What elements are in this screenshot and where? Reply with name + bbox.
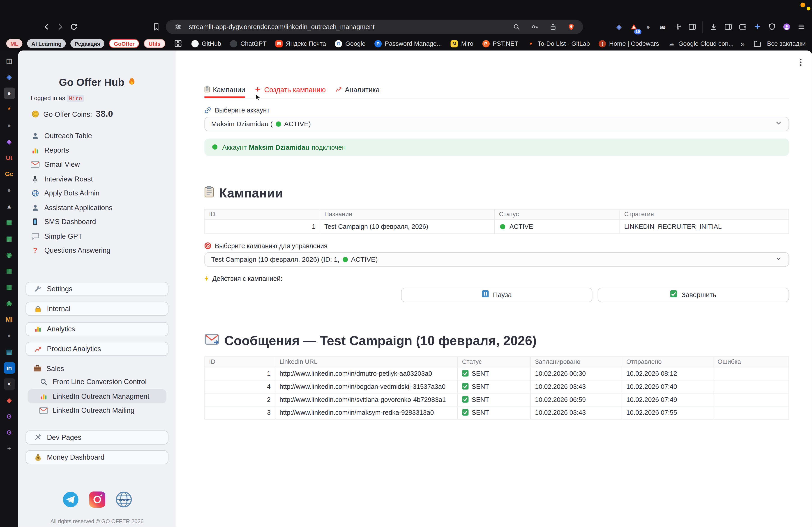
sidebar-item-reports[interactable]: Reports xyxy=(26,143,168,157)
bookmark-home-codewars[interactable]: {Home | Codewars xyxy=(599,40,659,47)
tab-group-chip-редакция[interactable]: Редакция xyxy=(70,39,104,48)
tab-аналитика[interactable]: Аналитика xyxy=(335,86,380,97)
download-icon[interactable] xyxy=(708,21,719,33)
tab-group-chip-utils[interactable]: Utils xyxy=(144,39,165,48)
pinned-tab[interactable]: ◉ xyxy=(3,298,15,309)
pinned-tab[interactable]: * xyxy=(3,104,15,115)
panel-toggle-icon[interactable]: ◫ xyxy=(3,55,15,67)
bookmark-github[interactable]: GitHub xyxy=(191,40,221,47)
tab-groups-grid-icon[interactable] xyxy=(171,37,185,50)
gem-extension-icon[interactable]: ◈ xyxy=(613,21,625,33)
wallet-icon[interactable] xyxy=(737,21,749,33)
pinned-tab[interactable]: ▦ xyxy=(3,281,15,293)
bookmarks-overflow-chevron[interactable]: » xyxy=(740,40,744,48)
app-menu-icon[interactable] xyxy=(795,21,807,33)
pinned-tab-linkedin[interactable]: in xyxy=(3,362,15,374)
share-icon[interactable] xyxy=(546,20,560,34)
tab-group-chip-ai-learning[interactable]: AI Learning xyxy=(27,39,66,48)
bookmark-яндекс-почта[interactable]: ✉Яндекс Почта xyxy=(275,40,326,47)
pinned-tab[interactable]: ▦ xyxy=(3,265,15,277)
pinned-tab[interactable]: G xyxy=(3,411,15,422)
forward-button[interactable] xyxy=(53,20,67,34)
sidebar-button-analytics[interactable]: Analytics xyxy=(26,322,168,336)
pinned-tab[interactable]: MI xyxy=(3,314,15,325)
reader-extension-icon[interactable]: ● xyxy=(642,21,654,33)
table-row[interactable]: 3http://www.linkedin.com/in/maksym-redka… xyxy=(205,406,788,419)
sidebar-item-simple-gpt[interactable]: Simple GPT xyxy=(26,229,168,243)
sidebar-item-linkedin-outreach-managment[interactable]: LinkedIn Outreach Managment xyxy=(28,389,166,404)
pinned-tab[interactable]: ● xyxy=(3,330,15,341)
active-tab[interactable]: ● xyxy=(3,88,15,99)
table-row[interactable]: 2http://www.linkedin.com/in/svitlana-gov… xyxy=(205,393,788,406)
account-select[interactable]: Maksim Dziamidau ( ACTIVE) xyxy=(204,117,789,131)
bookmark-google[interactable]: GGoogle xyxy=(335,40,366,47)
bookmark-miro[interactable]: MMiro xyxy=(451,40,473,47)
pinned-tab[interactable]: ▲ xyxy=(3,201,15,212)
bookmark-google-cloud-con[interactable]: ☁Google Cloud con... xyxy=(668,40,733,47)
sidebar-button-product-analytics[interactable]: Product Analytics xyxy=(26,342,168,356)
bookmark-chatgpt[interactable]: ChatGPT xyxy=(230,40,266,47)
pinned-tab[interactable]: ◉ xyxy=(3,249,15,260)
tab-group-chip-ml[interactable]: ML xyxy=(6,39,23,48)
pinned-tab[interactable]: ▦ xyxy=(3,233,15,244)
back-button[interactable] xyxy=(40,20,53,34)
ae-extension-icon[interactable]: æ xyxy=(657,21,669,33)
pinned-tab[interactable]: ● xyxy=(3,120,15,132)
sidebar-item-front-line-conversion-control[interactable]: Front Line Conversion Control xyxy=(28,375,166,389)
sidebar-item-questions-answering[interactable]: ?Questions Answering xyxy=(26,243,168,258)
pinned-tab[interactable]: ◈ xyxy=(3,136,15,147)
address-bar[interactable]: streamlit-app-dygv.onrender.com/linkedin… xyxy=(166,20,583,34)
pinned-tab[interactable]: × xyxy=(3,378,15,390)
sidebar-item-gmail-view[interactable]: Gmail View xyxy=(26,157,168,172)
reload-button[interactable] xyxy=(67,20,80,34)
table-row[interactable]: 1Test Campaign (10 февраля, 2026)ACTIVEL… xyxy=(205,219,788,233)
pinned-tab[interactable]: ◈ xyxy=(3,72,15,83)
sidebar-item-outreach-table[interactable]: Outreach Table xyxy=(26,129,168,143)
leo-ai-icon[interactable] xyxy=(752,21,763,33)
pause-button[interactable]: Пауза xyxy=(401,287,593,302)
pinned-tab[interactable]: Ut xyxy=(3,152,15,164)
pinned-tab[interactable]: ▤ xyxy=(3,346,15,358)
finish-button[interactable]: Завершить xyxy=(598,287,789,302)
brave-rewards-icon[interactable]: 19 xyxy=(628,21,639,33)
brave-shield-icon[interactable] xyxy=(564,20,578,34)
tab-group-chip-gooffer[interactable]: GoOffer xyxy=(109,39,139,48)
sidebar-section-sales[interactable]: Sales xyxy=(26,362,168,375)
tab-кампании[interactable]: Кампании xyxy=(204,86,245,97)
sidebar-panel-icon[interactable] xyxy=(722,21,734,33)
sidebar-item-interview-roast[interactable]: Interview Roast xyxy=(26,172,168,186)
telegram-icon[interactable] xyxy=(62,492,78,508)
sidebar-button-internal[interactable]: Internal xyxy=(26,302,168,316)
pinned-tab[interactable]: Gc xyxy=(3,168,15,180)
site-settings-icon[interactable] xyxy=(171,20,185,34)
window-control-dot[interactable] xyxy=(807,7,810,10)
key-icon[interactable] xyxy=(528,20,541,34)
all-bookmarks-button[interactable]: Все закладки xyxy=(751,37,806,50)
sidebar-button-settings[interactable]: Settings xyxy=(26,282,168,296)
instagram-icon[interactable] xyxy=(89,492,105,508)
pinned-tab[interactable]: ◆ xyxy=(3,394,15,406)
sidebar-button-money-dashboard[interactable]: $Money Dashboard xyxy=(26,450,168,464)
window-control-dot[interactable] xyxy=(800,3,805,7)
sidebar-item-linkedin-outreach-mailing[interactable]: LinkedIn Outreach Mailing xyxy=(28,403,166,418)
sidebar-button-dev-pages[interactable]: Dev Pages xyxy=(26,430,168,444)
pinned-tab[interactable]: ● xyxy=(3,184,15,196)
sidebar-item-apply-bots-admin[interactable]: Apply Bots Admin xyxy=(26,186,168,200)
sidebar-item-sms-dashboard[interactable]: SMS Dashboard xyxy=(26,215,168,229)
tabs-extension-icon[interactable] xyxy=(686,21,698,33)
table-row[interactable]: 1http://www.linkedin.com/in/dmutro-petli… xyxy=(205,367,788,380)
puzzle-extension-icon[interactable] xyxy=(672,21,683,33)
tab-создать-кампанию[interactable]: Создать кампанию xyxy=(255,86,326,97)
profile-icon[interactable] xyxy=(781,21,792,33)
vpn-shield-icon[interactable] xyxy=(766,21,778,33)
website-icon[interactable]: WWW xyxy=(115,492,132,508)
bookmark-pst-net[interactable]: PPST.NET xyxy=(482,40,518,47)
sidebar-item-assistant-applications[interactable]: Assistant Applications xyxy=(26,200,168,215)
table-row[interactable]: 4http://www.linkedin.com/in/bogdan-vedmi… xyxy=(205,380,788,393)
app-menu-icon[interactable] xyxy=(796,58,805,69)
campaign-select[interactable]: Test Campaign (10 февраля, 2026) (ID: 1,… xyxy=(204,252,789,267)
bookmark-icon[interactable] xyxy=(149,20,163,34)
zoom-icon[interactable] xyxy=(509,20,523,34)
new-tab-button[interactable]: + xyxy=(3,443,15,454)
bookmark-to-do-list-gitlab[interactable]: ▼To-Do List - GitLab xyxy=(527,40,590,47)
